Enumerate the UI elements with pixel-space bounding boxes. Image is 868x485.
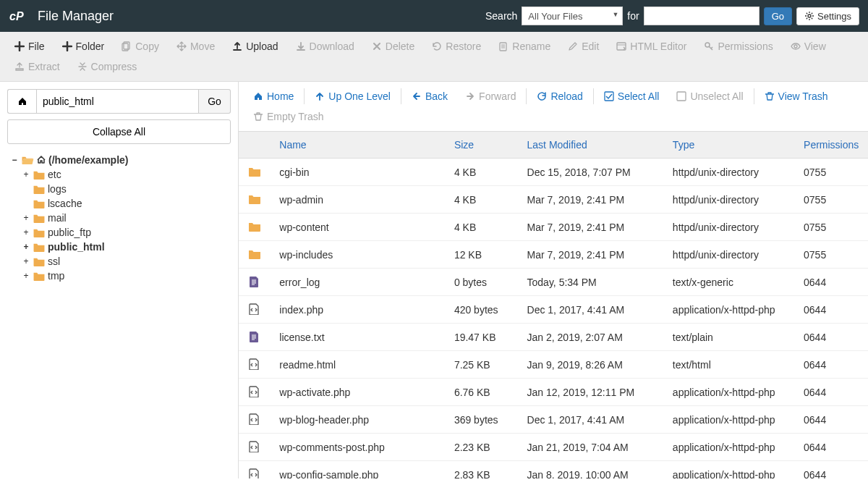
forward-button[interactable]: Forward [456, 86, 524, 106]
upload-button[interactable]: Upload [224, 36, 286, 56]
tree-item-lscache[interactable]: lscache [22, 196, 231, 211]
col-type[interactable]: Type [664, 132, 795, 159]
extract-button[interactable]: Extract [6, 56, 69, 77]
file-name: readme.html [271, 351, 446, 379]
col-permissions[interactable]: Permissions [795, 132, 868, 159]
delete-button[interactable]: Delete [363, 36, 423, 56]
select-all-button[interactable]: Select All [595, 86, 668, 106]
tree-item-mail[interactable]: +mail [22, 211, 231, 225]
table-row[interactable]: readme.html 7.25 KB Jan 9, 2019, 8:26 AM… [239, 351, 868, 379]
file-perms: 0755 [795, 159, 868, 186]
tree-toggle-icon[interactable]: + [22, 271, 30, 281]
view-button[interactable]: View [782, 36, 835, 56]
file-size: 12 KB [446, 241, 519, 269]
download-button[interactable]: Download [287, 36, 363, 56]
col-icon[interactable] [239, 132, 271, 159]
restore-icon [432, 41, 442, 51]
file-type: text/html [664, 351, 795, 379]
php-icon [247, 357, 262, 371]
tree-toggle-icon[interactable]: − [10, 155, 19, 165]
path-input[interactable] [36, 89, 199, 114]
tree-root[interactable]: − (/home/example) [10, 153, 231, 167]
arrow-up-icon [315, 91, 325, 101]
edit-button[interactable]: Edit [559, 36, 608, 56]
view-trash-label: View Trash [778, 90, 828, 102]
sidebar: Go Collapse All − (/home/example) +etclo… [0, 82, 239, 478]
php-icon [247, 302, 262, 316]
actionbar: Home Up One Level Back Forward Reload Se… [239, 82, 868, 132]
folder-button[interactable]: Folder [54, 36, 114, 56]
back-button[interactable]: Back [403, 86, 456, 106]
col-size[interactable]: Size [446, 132, 519, 159]
file-name: wp-includes [271, 241, 446, 269]
empty-trash-button[interactable]: Empty Trash [244, 106, 333, 127]
search-input[interactable] [644, 7, 760, 25]
file-name: license.txt [271, 324, 446, 351]
tree-item-tmp[interactable]: +tmp [22, 269, 231, 283]
file-name: wp-content [271, 214, 446, 241]
trash-icon [765, 91, 775, 101]
table-row[interactable]: wp-admin 4 KB Mar 7, 2019, 2:41 PM httpd… [239, 186, 868, 214]
separator [526, 88, 527, 104]
file-modified: Dec 1, 2017, 4:41 AM [519, 406, 664, 434]
file-modified: Jan 8, 2019, 10:00 AM [519, 461, 664, 479]
home-label: Home [267, 90, 294, 102]
permissions-label: Permissions [718, 41, 773, 52]
move-button[interactable]: Move [168, 36, 224, 56]
up-one-level-button[interactable]: Up One Level [306, 86, 399, 106]
table-row[interactable]: wp-content 4 KB Mar 7, 2019, 2:41 PM htt… [239, 214, 868, 241]
table-row[interactable]: index.php 420 bytes Dec 1, 2017, 4:41 AM… [239, 296, 868, 324]
rename-button[interactable]: Rename [490, 36, 559, 56]
tree-toggle-icon[interactable]: + [22, 242, 30, 252]
table-row[interactable]: wp-includes 12 KB Mar 7, 2019, 2:41 PM h… [239, 241, 868, 269]
tree-toggle-icon[interactable]: + [22, 227, 30, 237]
table-row[interactable]: error_log 0 bytes Today, 5:34 PM text/x-… [239, 269, 868, 296]
arrow-right-icon [465, 91, 475, 101]
tree-toggle-icon[interactable]: + [22, 256, 30, 266]
view-trash-button[interactable]: View Trash [756, 86, 837, 106]
file-perms: 0644 [795, 296, 868, 324]
unselect-all-button[interactable]: Unselect All [668, 86, 752, 106]
tree-item-public_ftp[interactable]: +public_ftp [22, 225, 231, 240]
tree-toggle-icon[interactable]: + [22, 169, 30, 180]
reload-button[interactable]: Reload [528, 86, 591, 106]
table-row[interactable]: wp-comments-post.php 2.23 KB Jan 21, 201… [239, 434, 868, 461]
search-go-button[interactable]: Go [764, 7, 792, 25]
file-name: wp-config-sample.php [271, 461, 446, 479]
file-type: httpd/unix-directory [664, 186, 795, 214]
file-perms: 0644 [795, 461, 868, 479]
path-go-button[interactable]: Go [199, 89, 231, 114]
tree-item-label: lscache [48, 198, 82, 209]
col-last-modified[interactable]: Last Modified [519, 132, 664, 159]
tree-item-etc[interactable]: +etc [22, 167, 231, 182]
tree-toggle-icon[interactable]: + [22, 213, 30, 223]
restore-button[interactable]: Restore [423, 36, 490, 56]
html_editor-button[interactable]: HTML Editor [608, 36, 695, 56]
path-home-button[interactable] [7, 89, 36, 114]
folder-tree: − (/home/example) +etclogslscache+mail+p… [7, 153, 231, 283]
collapse-all-button[interactable]: Collapse All [7, 119, 231, 144]
folder-icon [33, 242, 46, 252]
compress-button[interactable]: Compress [69, 56, 146, 77]
tree-item-logs[interactable]: logs [22, 182, 231, 196]
table-row[interactable]: wp-config-sample.php 2.83 KB Jan 8, 2019… [239, 461, 868, 479]
tree-root-label: (/home/example) [48, 154, 128, 166]
search-scope-select[interactable]: All Your Files [522, 7, 623, 25]
permissions-button[interactable]: Permissions [695, 36, 781, 56]
home-button[interactable]: Home [244, 86, 302, 106]
copy-button[interactable]: Copy [113, 36, 168, 56]
tree-item-ssl[interactable]: +ssl [22, 254, 231, 269]
table-row[interactable]: wp-blog-header.php 369 bytes Dec 1, 2017… [239, 406, 868, 434]
table-row[interactable]: cgi-bin 4 KB Dec 15, 2018, 7:07 PM httpd… [239, 159, 868, 186]
tree-item-label: logs [48, 183, 67, 195]
col-name[interactable]: Name [271, 132, 446, 159]
folder-icon [33, 169, 46, 180]
upload-label: Upload [246, 41, 278, 52]
file-size: 420 bytes [446, 296, 519, 324]
table-row[interactable]: license.txt 19.47 KB Jan 2, 2019, 2:07 A… [239, 324, 868, 351]
table-row[interactable]: wp-activate.php 6.76 KB Jan 12, 2019, 12… [239, 379, 868, 406]
edit-label: Edit [582, 41, 599, 52]
tree-item-public_html[interactable]: +public_html [22, 240, 231, 254]
file-button[interactable]: File [6, 36, 54, 56]
settings-button[interactable]: Settings [796, 7, 859, 25]
